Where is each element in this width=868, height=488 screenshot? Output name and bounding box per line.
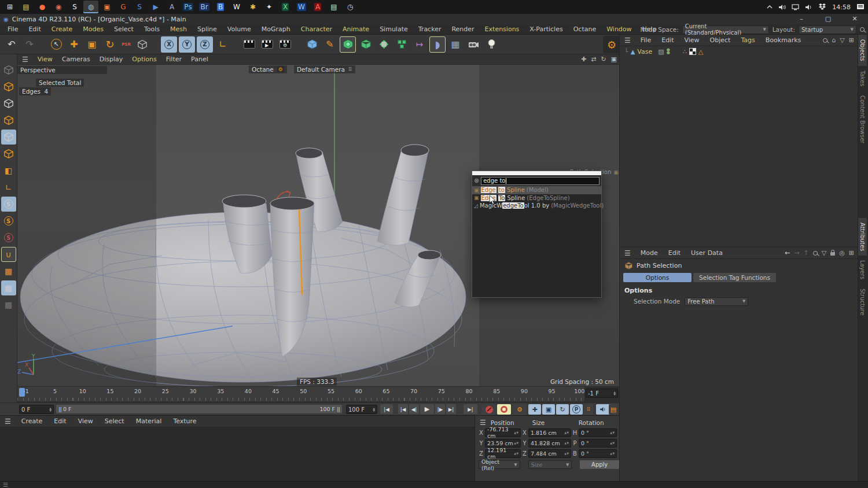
model-mode-icon[interactable]: [1, 79, 16, 94]
am-addview-icon[interactable]: ⊞: [849, 249, 854, 257]
array-button[interactable]: [393, 36, 410, 53]
coordinate-system-button[interactable]: ∟: [215, 36, 231, 53]
om-home-icon[interactable]: ⌂: [832, 36, 836, 44]
redo-button[interactable]: ↷: [21, 36, 38, 53]
history-forward-icon[interactable]: →: [794, 249, 799, 257]
menu-item[interactable]: MoGraph: [256, 25, 296, 33]
taskbar-guard[interactable]: G: [116, 1, 131, 13]
solo-hierarchy-icon[interactable]: S: [1, 230, 16, 245]
viewport-hamburger-icon[interactable]: ☰: [22, 56, 28, 64]
object-manager-hamburger-icon[interactable]: ☰: [624, 36, 631, 45]
selection-mode-dropdown[interactable]: Free Path▼: [685, 297, 748, 306]
points-mode-icon[interactable]: [1, 113, 16, 128]
apply-button[interactable]: Apply: [580, 460, 619, 469]
side-tab[interactable]: Layers: [858, 256, 867, 284]
taskbar-excel[interactable]: X: [278, 1, 293, 13]
side-tab[interactable]: Content Browser: [858, 91, 867, 148]
mograph-button[interactable]: ↦: [411, 36, 428, 53]
menu-item[interactable]: Window: [601, 25, 637, 33]
object-manager-menu-item[interactable]: Object: [705, 36, 736, 44]
menu-item[interactable]: Edit: [23, 25, 46, 33]
selection-tag-icon[interactable]: ∴: [683, 48, 687, 56]
octane-hud[interactable]: Octane⚙: [249, 65, 287, 73]
side-tab[interactable]: Takes: [858, 66, 867, 91]
size-field[interactable]: 41.828 cm▲▼: [528, 439, 571, 448]
key-scale-button[interactable]: ▣: [542, 404, 555, 415]
timeline-ruler[interactable]: -151015202530354045505560657075808590951…: [17, 386, 584, 401]
taskbar-photoshop[interactable]: Ps: [181, 1, 196, 13]
object-name[interactable]: Vase: [637, 48, 652, 56]
menu-item[interactable]: Character: [296, 25, 337, 33]
coordinate-cube-icon[interactable]: [134, 36, 150, 53]
size-mode-dropdown[interactable]: Size▼: [528, 460, 572, 469]
menu-item[interactable]: Animate: [337, 25, 374, 33]
floor-button[interactable]: ▦: [447, 36, 464, 53]
taskbar-clock[interactable]: ◷: [343, 1, 358, 13]
menu-item[interactable]: Tools: [139, 25, 165, 33]
volume2-icon[interactable]: [805, 4, 812, 10]
taskbar-adobe-cc[interactable]: ▣: [100, 1, 115, 13]
commander-result-edge-to-spline-model[interactable]: ▣ Edge to Spline(Model): [472, 186, 601, 194]
primitive-cube-button[interactable]: [304, 36, 320, 53]
goto-end-button[interactable]: ▶|: [464, 404, 477, 414]
attributes-hamburger-icon[interactable]: ☰: [624, 249, 631, 257]
menu-item[interactable]: Volume: [222, 25, 256, 33]
material-menu-item[interactable]: Material: [130, 417, 168, 425]
visibility-dots-icon[interactable]: ●●: [667, 49, 670, 54]
viewport-zoom-icon[interactable]: ⇄: [591, 56, 596, 63]
taskbar-acrobat[interactable]: A: [310, 1, 325, 13]
menu-item[interactable]: Extensions: [480, 25, 525, 33]
material-menu-item[interactable]: View: [72, 417, 99, 425]
taskbar-arnold[interactable]: ✱: [245, 1, 260, 13]
commander-search-input[interactable]: edge to: [481, 177, 599, 185]
keyframe-selection-button[interactable]: ⚙: [513, 404, 527, 415]
menu-item[interactable]: Tracker: [413, 25, 447, 33]
taskbar-explorer[interactable]: ▤: [19, 1, 34, 13]
commander-titlebar[interactable]: [472, 171, 601, 175]
material-hamburger-icon[interactable]: ☰: [5, 417, 11, 426]
field-object-button[interactable]: [376, 36, 392, 53]
clock[interactable]: 14:58: [832, 3, 851, 11]
menu-item[interactable]: File: [2, 25, 23, 33]
coords-hamburger-icon[interactable]: ☰: [480, 419, 486, 427]
octane-toolbar-icon[interactable]: ⚙: [603, 36, 620, 53]
spline-pen-button[interactable]: ✎: [322, 36, 338, 53]
taskbar-chrome[interactable]: ◉: [51, 1, 66, 13]
viewport-menu-item[interactable]: Panel: [186, 56, 213, 63]
material-menu-item[interactable]: Edit: [48, 417, 72, 425]
key-position-button[interactable]: ✚: [528, 404, 541, 415]
previous-frame-button[interactable]: ◀|: [409, 404, 419, 414]
object-manager-menu-item[interactable]: Bookmarks: [760, 36, 806, 44]
menu-item[interactable]: Render: [446, 25, 479, 33]
position-field[interactable]: 12.191 cm▲▼: [485, 449, 521, 458]
menu-item[interactable]: Modes: [78, 25, 109, 33]
range-end-field[interactable]: 100 F ▲▼: [346, 405, 377, 414]
object-manager-menu-item[interactable]: Edit: [656, 36, 679, 44]
viewport-rotate-icon[interactable]: ↻: [601, 56, 606, 63]
coords-mode-dropdown[interactable]: Object (Rel)▼: [479, 460, 520, 469]
menu-item[interactable]: Octane: [568, 25, 602, 33]
snap-icon[interactable]: ∪: [1, 247, 16, 262]
display-icon[interactable]: [792, 4, 799, 10]
current-frame-field[interactable]: 0 F ▲▼: [19, 405, 54, 414]
om-filter-icon[interactable]: ▽: [840, 36, 844, 44]
om-addview-icon[interactable]: ⊞: [849, 36, 854, 44]
taskbar-bridge[interactable]: Br: [197, 1, 212, 13]
am-lock-icon[interactable]: [830, 252, 835, 256]
object-manager-menu-item[interactable]: File: [635, 36, 656, 44]
rotation-field[interactable]: 0 °▲▼: [579, 449, 617, 458]
scale-button[interactable]: ▣: [84, 36, 100, 53]
viewport-pan-icon[interactable]: ✚: [581, 56, 586, 63]
previous-key-button[interactable]: |◀: [398, 404, 408, 414]
lock-z-button[interactable]: Z: [197, 36, 213, 53]
workplane-transform-icon[interactable]: ▦: [1, 297, 16, 312]
parent-up-icon[interactable]: ↑: [803, 249, 808, 257]
goto-start-button[interactable]: |◀: [380, 404, 393, 414]
autokey-button[interactable]: [497, 404, 511, 415]
material-menu-item[interactable]: Create: [16, 417, 49, 425]
position-field[interactable]: 23.59 cm▲▼: [485, 439, 521, 448]
size-field[interactable]: 1.816 cm▲▼: [528, 428, 571, 437]
object-manager-menu-item[interactable]: Tags: [735, 36, 760, 44]
tab-selection-tag-functions[interactable]: Selection Tag Functions: [693, 273, 776, 282]
next-frame-button[interactable]: |▶: [435, 404, 445, 414]
